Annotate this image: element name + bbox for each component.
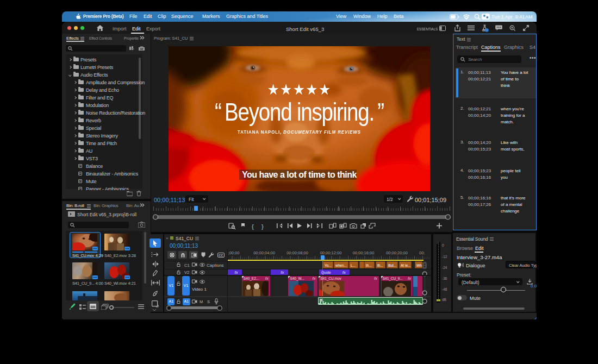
svg-text:00;00;16;00: 00;00;16;00 bbox=[353, 250, 375, 255]
svg-text:32: 32 bbox=[140, 47, 143, 51]
svg-text:0: 0 bbox=[442, 243, 444, 247]
svg-text:-36: -36 bbox=[442, 277, 447, 280]
svg-text:-24: -24 bbox=[442, 266, 447, 269]
svg-text:00;00;08;00: 00;00;08;00 bbox=[286, 250, 308, 255]
svg-text:{: { bbox=[252, 223, 254, 230]
svg-text:dB: dB bbox=[442, 298, 446, 302]
svg-text:-12: -12 bbox=[442, 255, 447, 259]
svg-text:00;00;12;00: 00;00;12;00 bbox=[320, 250, 342, 255]
svg-text:}: } bbox=[261, 223, 264, 230]
svg-text:;00;00: ;00;00 bbox=[228, 250, 240, 255]
svg-text:CC: CC bbox=[219, 254, 223, 257]
svg-text:-48: -48 bbox=[442, 287, 447, 291]
svg-text:00;: 00; bbox=[419, 250, 425, 255]
svg-text:00;00;20;00: 00;00;20;00 bbox=[386, 250, 408, 255]
svg-text:00;00;04;00: 00;00;04;00 bbox=[253, 250, 275, 255]
